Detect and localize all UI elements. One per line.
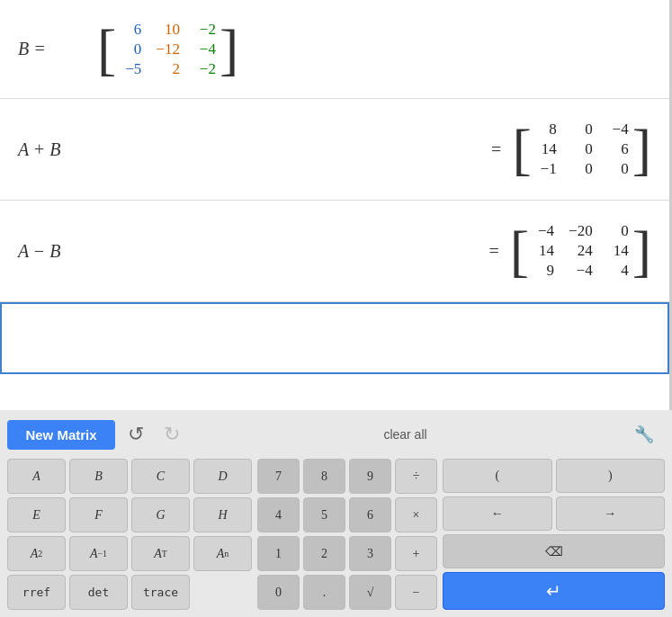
btn-rref[interactable]: rref: [7, 575, 66, 610]
math-input-area[interactable]: [0, 302, 669, 374]
cell: −12: [156, 40, 180, 58]
btn-backspace[interactable]: ⌫: [443, 534, 665, 568]
btn-H[interactable]: H: [193, 497, 252, 532]
btn-7[interactable]: 7: [257, 459, 300, 494]
undo-button[interactable]: ↺: [121, 417, 151, 452]
btn-close-paren[interactable]: ): [556, 459, 666, 493]
btn-C[interactable]: C: [131, 459, 190, 494]
btn-minus[interactable]: −: [395, 575, 437, 610]
cell: −4: [607, 121, 629, 139]
cell: −5: [120, 60, 141, 78]
cell: 14: [533, 242, 554, 260]
btn-multiply[interactable]: ×: [395, 497, 437, 532]
aplusb-bracket-right: ]: [632, 121, 651, 178]
cell: 14: [535, 140, 557, 158]
btn-arrow-left[interactable]: ←: [443, 496, 552, 531]
btn-3[interactable]: 3: [349, 536, 391, 571]
btn-dot[interactable]: .: [303, 575, 345, 610]
cell: −4: [569, 262, 593, 280]
cell: 8: [535, 121, 557, 139]
btn-divide[interactable]: ÷: [395, 459, 437, 494]
cell: −20: [569, 222, 593, 240]
cell: 9: [533, 262, 554, 280]
b-label: B =: [18, 39, 90, 59]
btn-det[interactable]: det: [69, 575, 128, 610]
btn-trace[interactable]: trace: [131, 575, 190, 610]
wrench-button[interactable]: 🔧: [623, 419, 665, 450]
cell: 10: [156, 21, 180, 39]
btn-A[interactable]: A: [7, 459, 66, 494]
cell: 0: [571, 121, 593, 139]
btn-8[interactable]: 8: [303, 459, 345, 494]
calc-right-section: ( ) ← → ⌫ ↵: [443, 459, 665, 610]
calc-letters-section: A B C D E F G H A2 A−1 AT An rref det tr…: [7, 459, 252, 610]
btn-A-inverse[interactable]: A−1: [69, 536, 128, 571]
cell: 0: [607, 160, 629, 178]
aplusb-matrix-grid: 8 0 −4 14 0 6 −1 0 0: [532, 115, 632, 183]
btn-2[interactable]: 2: [303, 536, 345, 571]
aminusb-bracket-left: [: [510, 222, 529, 280]
b-matrix-container: B = [ 6 10 −2 0 −12 −4 −5 2 −2 ]: [18, 15, 238, 84]
btn-G[interactable]: G: [131, 497, 190, 532]
math-display: B = [ 6 10 −2 0 −12 −4 −5 2 −2 ]: [0, 0, 672, 410]
aminusb-matrix-grid: −4 −20 0 14 24 14 9 −4 4: [529, 217, 632, 285]
cell: −2: [194, 21, 216, 39]
cell: 0: [120, 40, 141, 58]
aminusb-matrix-container: = [ −4 −20 0 14 24 14 9 −4 4 ]: [489, 217, 652, 285]
cell: 24: [569, 242, 593, 260]
cell: −4: [194, 40, 216, 58]
btn-F[interactable]: F: [69, 497, 128, 532]
btn-A-squared[interactable]: A2: [7, 536, 66, 571]
btn-4[interactable]: 4: [257, 497, 300, 532]
b-matrix-wrapper: [ 6 10 −2 0 −12 −4 −5 2 −2 ]: [97, 15, 238, 84]
aminusb-matrix-wrapper: [ −4 −20 0 14 24 14 9 −4 4 ]: [510, 217, 651, 285]
btn-enter[interactable]: ↵: [443, 572, 665, 610]
aplusb-matrix-container: = [ 8 0 −4 14 0 6 −1 0 0 ]: [491, 115, 651, 183]
aplusb-equals: =: [491, 139, 501, 160]
btn-D[interactable]: D: [193, 459, 252, 494]
btn-arrow-right[interactable]: →: [556, 496, 666, 531]
cell: −2: [194, 60, 216, 78]
btn-B[interactable]: B: [69, 459, 128, 494]
cell: −4: [533, 222, 554, 240]
btn-A-transpose[interactable]: AT: [131, 536, 190, 571]
aminusb-bracket-right: ]: [632, 222, 651, 280]
cell: 4: [607, 262, 629, 280]
aplusb-section: A + B = [ 8 0 −4 14 0 6 −1 0 0 ]: [0, 99, 669, 201]
btn-0[interactable]: 0: [257, 575, 300, 610]
aminusb-label: A − B: [18, 241, 90, 262]
calc-numbers-section: 7 8 9 ÷ 4 5 6 × 1 2 3 + 0 . √ −: [257, 459, 437, 610]
b-matrix-section: B = [ 6 10 −2 0 −12 −4 −5 2 −2 ]: [0, 0, 669, 99]
cell: 14: [607, 242, 629, 260]
btn-open-paren[interactable]: (: [443, 459, 552, 493]
btn-sqrt[interactable]: √: [349, 575, 391, 610]
b-bracket-left: [: [97, 21, 116, 78]
cell: 6: [607, 140, 629, 158]
aplusb-label: A + B: [18, 139, 90, 160]
aplusb-matrix-wrapper: [ 8 0 −4 14 0 6 −1 0 0 ]: [512, 115, 651, 183]
new-matrix-button[interactable]: New Matrix: [7, 420, 115, 450]
clear-all-button[interactable]: clear all: [193, 422, 618, 447]
b-bracket-right: ]: [220, 21, 238, 78]
cell: 0: [607, 222, 629, 240]
cell: 0: [571, 160, 593, 178]
aminusb-equals: =: [489, 241, 499, 262]
calc-top-row: New Matrix ↺ ↻ clear all 🔧: [7, 417, 665, 452]
aminusb-section: A − B = [ −4 −20 0 14 24 14 9 −4 4 ]: [0, 201, 669, 302]
btn-5[interactable]: 5: [303, 497, 345, 532]
btn-plus[interactable]: +: [395, 536, 437, 571]
aplusb-bracket-left: [: [512, 121, 531, 178]
cell: 0: [571, 140, 593, 158]
b-matrix-grid: 6 10 −2 0 −12 −4 −5 2 −2: [116, 15, 220, 84]
calculator: New Matrix ↺ ↻ clear all 🔧 A B C D E F G…: [0, 410, 672, 617]
btn-A-n[interactable]: An: [193, 536, 252, 571]
redo-button[interactable]: ↻: [157, 417, 187, 452]
cell: 6: [120, 21, 141, 39]
calc-main-grid: A B C D E F G H A2 A−1 AT An rref det tr…: [7, 459, 665, 610]
btn-9[interactable]: 9: [349, 459, 391, 494]
btn-6[interactable]: 6: [349, 497, 391, 532]
btn-E[interactable]: E: [7, 497, 66, 532]
cell: −1: [535, 160, 557, 178]
cell: 2: [156, 60, 180, 78]
btn-1[interactable]: 1: [257, 536, 300, 571]
